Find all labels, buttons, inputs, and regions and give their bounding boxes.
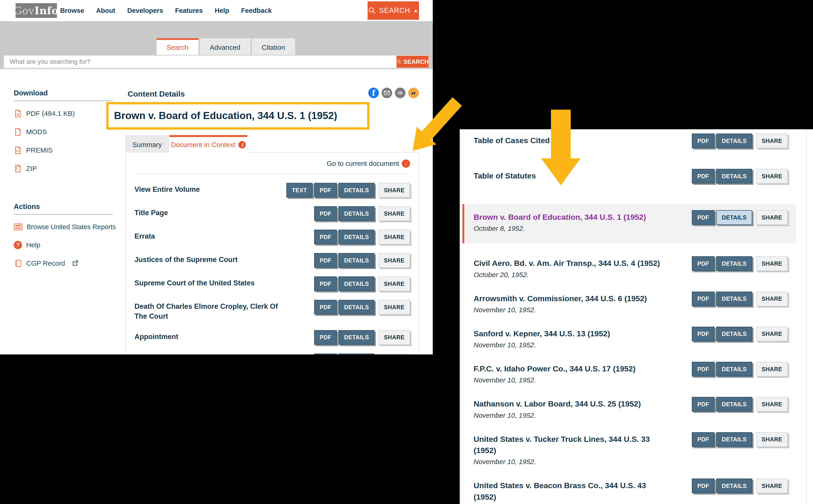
- pdf-button[interactable]: PDF: [314, 276, 337, 291]
- nav-search-button[interactable]: SEARCH ▲: [368, 1, 419, 20]
- download-premis-link[interactable]: <> PREMIS: [14, 146, 113, 154]
- cgp-record-link[interactable]: CGP Record: [14, 259, 113, 267]
- pdf-button[interactable]: PDF: [692, 169, 715, 184]
- pdf-button[interactable]: PDF: [692, 432, 715, 447]
- copy-link-icon[interactable]: [395, 88, 405, 98]
- pdf-button[interactable]: PDF: [314, 206, 337, 221]
- case-title[interactable]: Sanford v. Kepner, 344 U.S. 13 (1952): [474, 328, 610, 339]
- browse-reports-link[interactable]: Browse United States Reports: [14, 223, 113, 231]
- volume-row-errata: Errata PDF DETAILS SHARE: [134, 230, 410, 244]
- details-button[interactable]: DETAILS: [338, 330, 374, 345]
- nav-item-developers[interactable]: Developers: [127, 7, 163, 14]
- details-button[interactable]: DETAILS: [338, 354, 374, 354]
- share-button[interactable]: SHARE: [378, 206, 410, 221]
- tab-summary[interactable]: Summary: [125, 135, 169, 153]
- share-button[interactable]: SHARE: [756, 362, 788, 376]
- details-button[interactable]: DETAILS: [716, 292, 752, 306]
- case-title[interactable]: United States v. Beacon Brass Co., 344 U…: [474, 480, 657, 503]
- pdf-button[interactable]: PDF: [314, 354, 337, 354]
- share-button[interactable]: SHARE: [756, 210, 788, 225]
- details-button[interactable]: DETAILS: [338, 183, 374, 198]
- tab-advanced[interactable]: Advanced: [200, 38, 250, 55]
- download-mods-link[interactable]: MODS: [14, 128, 113, 136]
- details-button[interactable]: DETAILS: [716, 479, 752, 493]
- share-button[interactable]: SHARE: [756, 169, 788, 184]
- pdf-button[interactable]: PDF: [692, 292, 715, 306]
- download-pdf-link[interactable]: A PDF (484.1 KB): [14, 109, 113, 118]
- details-button-active[interactable]: DETAILS: [716, 210, 752, 225]
- case-title[interactable]: Civil Aero. Bd. v. Am. Air Transp., 344 …: [474, 258, 660, 269]
- details-button[interactable]: DETAILS: [338, 206, 374, 221]
- page-title: Content Details: [128, 88, 185, 98]
- logo-info: Info: [34, 5, 59, 17]
- search-input[interactable]: [4, 56, 397, 68]
- share-button[interactable]: SHARE: [378, 183, 410, 198]
- details-button[interactable]: DETAILS: [338, 230, 374, 244]
- facebook-share-icon[interactable]: f: [368, 88, 379, 98]
- details-button[interactable]: DETAILS: [716, 432, 752, 447]
- pdf-button[interactable]: PDF: [314, 230, 337, 244]
- details-button[interactable]: DETAILS: [716, 256, 752, 271]
- share-button[interactable]: SHARE: [378, 354, 410, 354]
- nav-item-help[interactable]: Help: [215, 7, 229, 14]
- nav-item-features[interactable]: Features: [175, 7, 203, 14]
- details-button[interactable]: DETAILS: [716, 169, 752, 184]
- case-title-visited[interactable]: Brown v. Board of Education, 344 U.S. 1 …: [474, 212, 646, 223]
- details-button[interactable]: DETAILS: [338, 276, 374, 291]
- case-title[interactable]: Table of Cases Cited: [474, 135, 550, 146]
- pdf-button[interactable]: PDF: [692, 134, 715, 148]
- govinfo-logo[interactable]: GovInfo: [16, 3, 57, 18]
- details-button[interactable]: DETAILS: [338, 300, 374, 315]
- volume-row-title: Death Of Charles Elmore Cropley, Clerk O…: [134, 300, 281, 321]
- link-icon: [397, 90, 403, 96]
- email-share-icon[interactable]: [382, 88, 392, 98]
- case-title[interactable]: Nathanson v. Labor Board, 344 U.S. 25 (1…: [474, 398, 641, 409]
- share-button[interactable]: SHARE: [756, 432, 788, 447]
- pdf-button[interactable]: PDF: [692, 362, 715, 376]
- details-button[interactable]: DETAILS: [338, 253, 374, 268]
- scrollbar-track[interactable]: [806, 130, 807, 504]
- details-button[interactable]: DETAILS: [716, 397, 752, 412]
- search-submit-button[interactable]: SEARCH: [397, 56, 429, 68]
- share-button[interactable]: SHARE: [378, 230, 410, 244]
- citation-quote-icon[interactable]: “: [408, 88, 419, 98]
- nav-item-feedback[interactable]: Feedback: [241, 7, 272, 14]
- share-button[interactable]: SHARE: [756, 292, 788, 306]
- details-button[interactable]: DETAILS: [716, 362, 752, 376]
- pdf-button[interactable]: PDF: [692, 256, 715, 271]
- text-button[interactable]: TEXT: [286, 183, 313, 198]
- case-title[interactable]: Arrowsmith v. Commissioner, 344 U.S. 6 (…: [474, 293, 647, 304]
- details-button[interactable]: DETAILS: [716, 134, 752, 148]
- help-link[interactable]: ? Help: [14, 241, 113, 249]
- case-title[interactable]: United States v. Tucker Truck Lines, 344…: [474, 434, 657, 456]
- pdf-button[interactable]: PDF: [692, 479, 715, 493]
- case-title[interactable]: F.P.C. v. Idaho Power Co., 344 U.S. 17 (…: [474, 363, 635, 374]
- case-title[interactable]: Table of Statutes: [474, 170, 536, 181]
- pdf-button[interactable]: PDF: [314, 330, 337, 345]
- tab-citation[interactable]: Citation: [252, 38, 295, 55]
- share-button[interactable]: SHARE: [756, 327, 788, 341]
- cgp-record-label: CGP Record: [26, 259, 65, 267]
- share-button[interactable]: SHARE: [756, 479, 788, 493]
- pdf-button[interactable]: PDF: [314, 300, 337, 315]
- pdf-button[interactable]: PDF: [692, 397, 715, 412]
- tab-document-in-context[interactable]: Document in Context i: [169, 135, 247, 153]
- pdf-button[interactable]: PDF: [314, 253, 337, 268]
- share-button[interactable]: SHARE: [378, 330, 410, 345]
- nav-item-about[interactable]: About: [96, 7, 115, 14]
- share-button[interactable]: SHARE: [378, 276, 410, 291]
- details-button[interactable]: DETAILS: [716, 327, 752, 341]
- go-to-current-document-link[interactable]: Go to current document ↓: [134, 153, 410, 174]
- download-zip-link[interactable]: ZIP: [14, 164, 113, 173]
- pdf-button[interactable]: PDF: [692, 327, 715, 341]
- share-button[interactable]: SHARE: [756, 134, 788, 148]
- nav-search-label: SEARCH: [379, 6, 410, 15]
- share-button[interactable]: SHARE: [756, 397, 788, 412]
- nav-item-browse[interactable]: Browse: [60, 7, 84, 14]
- share-button[interactable]: SHARE: [378, 300, 410, 315]
- pdf-button[interactable]: PDF: [692, 210, 715, 225]
- share-button[interactable]: SHARE: [756, 256, 788, 271]
- tab-search[interactable]: Search: [156, 38, 198, 55]
- pdf-button[interactable]: PDF: [314, 183, 337, 198]
- share-button[interactable]: SHARE: [378, 253, 410, 268]
